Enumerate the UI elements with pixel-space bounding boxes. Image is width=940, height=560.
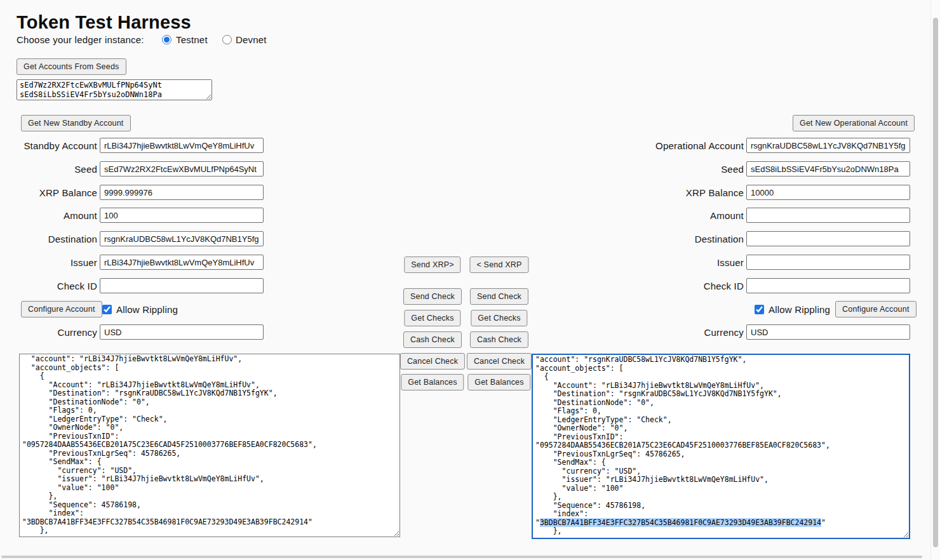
standby-xrp-balance-label: XRP Balance: [0, 187, 97, 198]
get-accounts-from-seeds-button[interactable]: Get Accounts From Seeds: [17, 58, 126, 75]
operational-issuer-input[interactable]: [746, 255, 910, 270]
operational-xrp-balance-input[interactable]: [746, 185, 910, 200]
operational-amount-input[interactable]: [746, 208, 910, 223]
page-vertical-scrollbar[interactable]: [930, 0, 940, 560]
get-new-operational-account-button[interactable]: Get New Operational Account: [793, 115, 915, 131]
standby-allow-rippling-label[interactable]: Allow Rippling: [116, 304, 178, 315]
page-horizontal-scrollbar-thumb[interactable]: [1, 556, 922, 558]
ledger-instance-label: Choose your ledger instance:: [17, 34, 144, 45]
standby-configure-account-button[interactable]: Configure Account: [21, 301, 102, 317]
operational-send-xrp-button[interactable]: < Send XRP: [469, 257, 528, 273]
operational-amount-label: Amount: [584, 210, 744, 221]
operational-configure-account-button[interactable]: Configure Account: [835, 301, 916, 317]
standby-cash-check-button[interactable]: Cash Check: [403, 331, 462, 348]
standby-xrp-balance-input[interactable]: [100, 185, 264, 200]
standby-currency-input[interactable]: [100, 324, 264, 340]
operational-allow-rippling-label[interactable]: Allow Rippling: [769, 304, 830, 315]
operational-account-input[interactable]: [746, 138, 910, 153]
standby-amount-input[interactable]: [100, 208, 264, 223]
standby-result-output[interactable]: "account": "rLBi34J7hjieBwvtkt8LwVmQeY8m…: [19, 354, 400, 537]
operational-get-balances-button[interactable]: Get Balances: [467, 374, 530, 390]
operational-cash-check-button[interactable]: Cash Check: [470, 331, 528, 348]
standby-issuer-input[interactable]: [100, 255, 264, 270]
standby-get-balances-button[interactable]: Get Balances: [401, 374, 464, 390]
operational-issuer-label: Issuer: [584, 257, 744, 268]
radio-testnet-label[interactable]: Testnet: [176, 34, 208, 45]
standby-check-id-input[interactable]: [100, 278, 264, 293]
operational-currency-label: Currency: [584, 327, 744, 338]
token-test-harness-page: Token Test Harness Choose your ledger in…: [0, 0, 940, 560]
page-vertical-scrollbar-thumb[interactable]: [933, 18, 938, 547]
standby-send-xrp-button[interactable]: Send XRP>: [404, 257, 460, 273]
operational-xrp-balance-label: XRP Balance: [584, 187, 744, 198]
standby-currency-label: Currency: [0, 327, 97, 338]
standby-account-input[interactable]: [100, 138, 264, 153]
radio-devnet[interactable]: [222, 35, 232, 44]
radio-devnet-label[interactable]: Devnet: [236, 34, 267, 45]
standby-issuer-label: Issuer: [0, 257, 97, 268]
operational-result-text-before: "account": "rsgnKraUDBC58wL1YcJV8KQd7NB1…: [535, 355, 830, 527]
standby-amount-label: Amount: [0, 210, 97, 221]
standby-destination-label: Destination: [0, 234, 97, 244]
standby-allow-rippling-checkbox[interactable]: [102, 305, 112, 314]
operational-result-output[interactable]: "account": "rsgnKraUDBC58wL1YcJV8KQd7NB1…: [532, 354, 910, 539]
standby-result-text: "account": "rLBi34J7hjieBwvtkt8LwVmQeY8m…: [22, 354, 317, 535]
operational-seed-label: Seed: [584, 164, 744, 175]
operational-currency-input[interactable]: [746, 324, 910, 340]
operational-check-id-label: Check ID: [584, 281, 744, 291]
standby-check-id-label: Check ID: [0, 281, 97, 291]
standby-get-checks-button[interactable]: Get Checks: [404, 310, 460, 326]
operational-get-checks-button[interactable]: Get Checks: [471, 310, 527, 326]
operational-destination-input[interactable]: [746, 231, 910, 246]
get-new-standby-account-button[interactable]: Get New Standby Account: [21, 115, 131, 131]
selected-text: 3BDBCB7A41BFF34E3FFC327B54C35B46981F0C9A…: [540, 518, 821, 527]
operational-allow-rippling-checkbox[interactable]: [755, 305, 764, 314]
page-title: Token Test Harness: [17, 12, 191, 33]
seeds-textarea[interactable]: sEd7Wz2RX2FtcEwXBvMULfPNp64SyNt sEdS8iLb…: [17, 79, 212, 100]
standby-account-label: Standby Account: [0, 140, 97, 151]
standby-seed-input[interactable]: [100, 161, 264, 177]
standby-destination-input[interactable]: [100, 231, 264, 246]
operational-cancel-check-button[interactable]: Cancel Check: [467, 353, 532, 370]
operational-destination-label: Destination: [584, 234, 744, 244]
standby-send-check-button[interactable]: Send Check: [403, 288, 462, 305]
standby-seed-label: Seed: [0, 164, 97, 175]
operational-check-id-input[interactable]: [746, 278, 910, 293]
page-horizontal-scrollbar[interactable]: [0, 555, 931, 559]
operational-send-check-button[interactable]: Send Check: [470, 288, 528, 305]
operational-account-label: Operational Account: [584, 140, 744, 151]
radio-testnet[interactable]: [162, 35, 171, 44]
standby-cancel-check-button[interactable]: Cancel Check: [400, 353, 465, 370]
operational-seed-input[interactable]: [746, 161, 910, 177]
